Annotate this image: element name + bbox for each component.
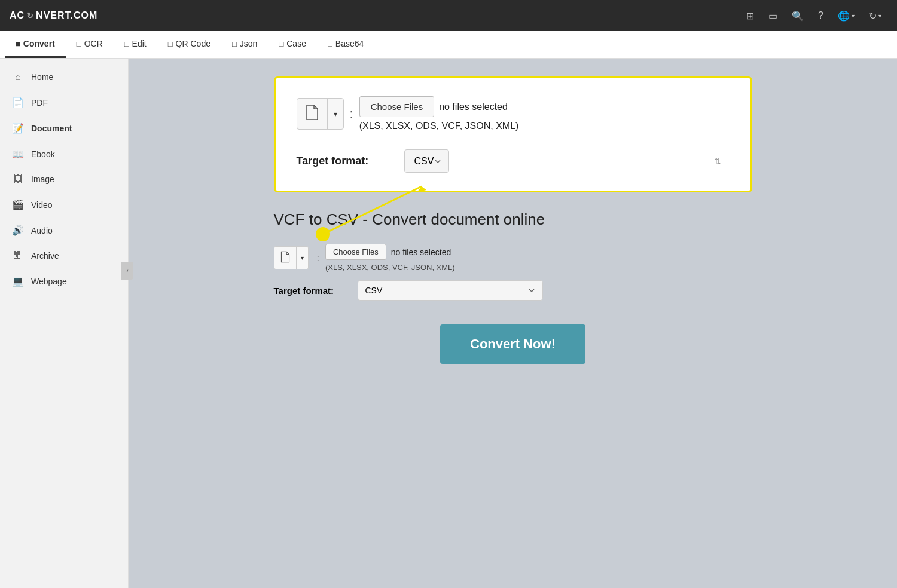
form-file-format-btn: ▾ bbox=[274, 246, 309, 270]
highlighted-file-choose-area: Choose Files no files selected (XLS, XLS… bbox=[359, 96, 519, 131]
highlighted-file-icon-btn[interactable] bbox=[297, 99, 327, 129]
sidebar-collapse-button[interactable]: ‹ bbox=[121, 262, 133, 280]
pdf-icon: 📄 bbox=[12, 97, 24, 108]
highlighted-no-files-text: no files selected bbox=[439, 102, 508, 112]
sidebar-item-webpage[interactable]: 💻 Webpage bbox=[0, 268, 128, 294]
sidebar-item-audio[interactable]: 🔊 Audio bbox=[0, 218, 128, 243]
sidebar-item-image-label: Image bbox=[31, 174, 54, 184]
sidebar-item-ebook-label: Ebook bbox=[31, 149, 55, 159]
tab-ocr[interactable]: □ OCR bbox=[66, 31, 114, 58]
sidebar-item-document[interactable]: 📝 Document bbox=[0, 115, 128, 141]
sidebar-item-ebook[interactable]: 📖 Ebook bbox=[0, 141, 128, 167]
form-format-select-wrapper: CSV XLS XLSX ODS bbox=[358, 280, 543, 301]
highlighted-format-select-wrapper: CSV XLS XLSX ODS bbox=[404, 149, 730, 173]
form-target-format-row: Target format: CSV XLS XLSX ODS bbox=[274, 280, 752, 301]
small-file-icon bbox=[280, 251, 290, 263]
navbar-icons: ⊞ ▭ 🔍 ? 🌐 ▾ ↻ ▾ bbox=[740, 7, 887, 25]
document-icon: 📝 bbox=[12, 122, 24, 134]
language-icon-btn[interactable]: 🌐 ▾ bbox=[832, 7, 861, 25]
brand-suffix: NVERT.COM bbox=[36, 10, 97, 21]
home-icon: ⌂ bbox=[12, 72, 24, 82]
form-no-files-text: no files selected bbox=[391, 247, 451, 257]
highlighted-target-format-row: Target format: CSV XLS XLSX ODS bbox=[297, 149, 730, 173]
form-file-icon-btn[interactable] bbox=[274, 247, 296, 269]
highlighted-file-input-row: ▾ : Choose Files no files selected (XLS,… bbox=[297, 96, 730, 131]
help-icon-btn[interactable]: ? bbox=[812, 7, 829, 24]
tab-edit-icon: □ bbox=[124, 39, 129, 48]
grid-icon-btn[interactable]: ⊞ bbox=[740, 7, 760, 25]
brand-logo: AC ↻ NVERT.COM bbox=[10, 10, 97, 21]
sidebar-item-image[interactable]: 🖼 Image bbox=[0, 167, 128, 192]
navbar: AC ↻ NVERT.COM ⊞ ▭ 🔍 ? 🌐 ▾ ↻ ▾ bbox=[0, 0, 897, 31]
sidebar-item-video[interactable]: 🎬 Video bbox=[0, 192, 128, 218]
tab-qrcode[interactable]: □ QR Code bbox=[157, 31, 221, 58]
tab-edit[interactable]: □ Edit bbox=[114, 31, 157, 58]
form-target-format-label: Target format: bbox=[274, 286, 346, 296]
content-area: ▾ : Choose Files no files selected (XLS,… bbox=[129, 59, 897, 588]
form-file-input-row: ▾ : Choose Files no files selected (XLS,… bbox=[274, 244, 752, 272]
tab-base64[interactable]: □ Base64 bbox=[317, 31, 374, 58]
sidebar-item-home[interactable]: ⌂ Home bbox=[0, 65, 128, 90]
tab-ocr-icon: □ bbox=[77, 39, 81, 48]
form-format-select[interactable]: CSV XLS XLSX ODS bbox=[358, 280, 543, 301]
tab-base64-label: Base64 bbox=[335, 39, 364, 48]
form-file-dropdown-btn[interactable]: ▾ bbox=[296, 247, 308, 269]
highlighted-format-select[interactable]: CSV XLS XLSX ODS bbox=[404, 149, 449, 173]
highlighted-file-colon: : bbox=[350, 106, 353, 122]
sidebar-item-pdf[interactable]: 📄 PDF bbox=[0, 90, 128, 115]
form-file-colon: : bbox=[317, 253, 319, 264]
tab-convert-icon: ■ bbox=[16, 39, 20, 48]
tabs-bar: ■ Convert □ OCR □ Edit □ QR Code □ Json … bbox=[0, 31, 897, 59]
sidebar-item-archive-label: Archive bbox=[31, 251, 59, 261]
refresh-icon-btn[interactable]: ↻ ▾ bbox=[863, 7, 887, 25]
highlighted-file-dropdown-btn[interactable]: ▾ bbox=[327, 99, 343, 129]
tab-convert[interactable]: ■ Convert bbox=[5, 31, 66, 58]
tab-json-label: Json bbox=[240, 39, 258, 48]
tab-edit-label: Edit bbox=[132, 39, 147, 48]
form-choose-files-button[interactable]: Choose Files bbox=[325, 244, 386, 260]
sidebar-item-audio-label: Audio bbox=[31, 226, 53, 235]
tab-json-icon: □ bbox=[232, 39, 237, 48]
tab-qrcode-label: QR Code bbox=[176, 39, 210, 48]
tab-ocr-label: OCR bbox=[84, 39, 103, 48]
sidebar-item-webpage-label: Webpage bbox=[31, 277, 67, 286]
highlighted-file-types-text: (XLS, XLSX, ODS, VCF, JSON, XML) bbox=[359, 121, 519, 131]
brand-text: AC bbox=[10, 10, 25, 21]
sidebar-item-archive[interactable]: 🗜 Archive bbox=[0, 243, 128, 268]
video-icon: 🎬 bbox=[12, 199, 24, 210]
highlighted-file-format-btn: ▾ bbox=[297, 98, 344, 130]
ebook-icon: 📖 bbox=[12, 148, 24, 160]
webpage-icon: 💻 bbox=[12, 275, 24, 287]
highlighted-choose-files-button[interactable]: Choose Files bbox=[359, 96, 435, 117]
sidebar-item-pdf-label: PDF bbox=[31, 98, 48, 108]
image-icon: 🖼 bbox=[12, 174, 24, 185]
convert-form: ▾ : Choose Files no files selected (XLS,… bbox=[274, 244, 752, 364]
tab-convert-label: Convert bbox=[23, 39, 55, 48]
audio-icon: 🔊 bbox=[12, 225, 24, 236]
tab-case[interactable]: □ Case bbox=[268, 31, 317, 58]
highlighted-target-format-label: Target format: bbox=[297, 155, 386, 167]
convert-now-button[interactable]: Convert Now! bbox=[440, 324, 585, 364]
main-layout: ⌂ Home 📄 PDF 📝 Document 📖 Ebook 🖼 Image … bbox=[0, 59, 897, 588]
form-file-types-text: (XLS, XLSX, ODS, VCF, JSON, XML) bbox=[325, 263, 455, 272]
highlighted-convert-card: ▾ : Choose Files no files selected (XLS,… bbox=[274, 76, 752, 192]
search-icon-btn[interactable]: 🔍 bbox=[786, 7, 810, 25]
page-title: VCF to CSV - Convert document online bbox=[274, 210, 752, 229]
mobile-icon-btn[interactable]: ▭ bbox=[762, 7, 783, 25]
tab-case-icon: □ bbox=[279, 39, 283, 48]
tab-case-label: Case bbox=[286, 39, 306, 48]
tab-base64-icon: □ bbox=[328, 39, 332, 48]
tab-qrcode-icon: □ bbox=[168, 39, 173, 48]
annotation-dot bbox=[316, 227, 330, 241]
sidebar: ⌂ Home 📄 PDF 📝 Document 📖 Ebook 🖼 Image … bbox=[0, 59, 129, 588]
tab-json[interactable]: □ Json bbox=[221, 31, 268, 58]
sidebar-item-video-label: Video bbox=[31, 200, 53, 210]
archive-icon: 🗜 bbox=[12, 250, 24, 261]
file-icon bbox=[306, 105, 319, 120]
sidebar-item-home-label: Home bbox=[31, 72, 53, 82]
form-file-choose-area: Choose Files no files selected (XLS, XLS… bbox=[325, 244, 455, 272]
brand-icon: ↻ bbox=[26, 11, 34, 20]
sidebar-item-document-label: Document bbox=[31, 124, 72, 133]
